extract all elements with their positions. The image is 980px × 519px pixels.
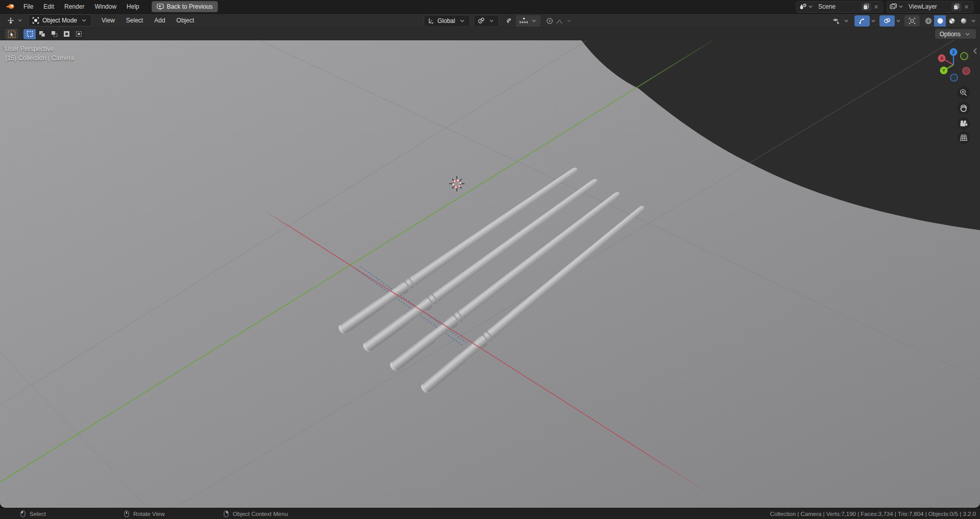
topbar: File Edit Render Window Help Back to Pre… — [0, 0, 980, 14]
shading-solid-button[interactable] — [934, 15, 946, 27]
select-invert-icon — [63, 31, 70, 37]
gizmo-axis-neg-z[interactable] — [950, 74, 958, 81]
pan-button[interactable] — [958, 102, 970, 115]
visibility-eye-icon — [832, 17, 841, 24]
rendered-sphere-icon — [960, 17, 967, 24]
unlink-scene-button[interactable] — [871, 5, 880, 9]
select-box-tool-icon — [8, 30, 16, 38]
select-mode-buttons — [23, 29, 85, 39]
mouse-right-icon — [224, 510, 229, 517]
select-extend-icon — [39, 31, 45, 37]
viewport-canvas[interactable]: X Z Y — [0, 40, 980, 508]
new-scene-button[interactable] — [861, 3, 871, 11]
falloff-curve-icon[interactable] — [556, 17, 563, 24]
object-visibility-dropdown[interactable] — [830, 15, 852, 27]
back-to-previous-label: Back to Previous — [167, 3, 213, 10]
status-hint-rotate-view: Rotate View — [124, 508, 165, 519]
menu-file[interactable]: File — [18, 0, 38, 13]
xray-icon — [909, 17, 916, 24]
svg-text:Y: Y — [942, 68, 945, 73]
viewport-display-controls — [830, 14, 977, 28]
viewport-editor-icon — [7, 17, 15, 24]
active-tool-select-box[interactable] — [5, 29, 18, 39]
view-perspective-label: User Perspective — [5, 44, 74, 54]
gizmo-arrow-icon — [859, 17, 866, 24]
orientation-dropdown[interactable]: Global — [424, 15, 470, 27]
blender-window: File Edit Render Window Help Back to Pre… — [0, 0, 980, 519]
ortho-toggle-button[interactable] — [958, 132, 970, 144]
gizmo-axis-neg-y[interactable] — [961, 53, 968, 60]
shading-wireframe-button[interactable] — [922, 15, 934, 27]
scene-selector[interactable]: Scene — [796, 1, 883, 13]
menu-select[interactable]: Select — [120, 14, 149, 27]
status-hint-label: Rotate View — [133, 511, 165, 517]
shading-material-button[interactable] — [946, 15, 958, 27]
remove-viewlayer-button[interactable] — [962, 5, 971, 9]
shading-mode-buttons — [922, 15, 977, 27]
pivot-dropdown[interactable] — [474, 15, 499, 27]
menu-window[interactable]: Window — [89, 0, 121, 13]
chevron-down-icon — [530, 19, 537, 22]
editor-type-button[interactable] — [4, 17, 26, 24]
chevron-down-icon — [566, 19, 573, 22]
options-label: Options — [940, 31, 961, 38]
xray-toggle[interactable] — [904, 15, 920, 27]
camera-view-button[interactable] — [958, 117, 970, 130]
solid-sphere-icon — [937, 17, 944, 24]
transform-controls: Global — [424, 14, 575, 28]
blender-logo-icon[interactable] — [5, 2, 16, 11]
select-intersect-icon — [76, 31, 82, 37]
viewport-3d[interactable]: X Z Y — [0, 40, 980, 508]
select-mode-intersect[interactable] — [72, 29, 85, 39]
chevron-down-icon — [971, 19, 975, 22]
viewlayer-name[interactable]: ViewLayer — [904, 3, 950, 10]
menu-add[interactable]: Add — [149, 14, 170, 27]
viewport-header: Object Mode View Select Add Object Globa… — [0, 14, 980, 28]
shading-dropdown[interactable] — [969, 15, 977, 27]
mode-dropdown[interactable]: Object Mode — [28, 14, 92, 27]
orientation-label: Global — [437, 17, 455, 24]
menu-render[interactable]: Render — [59, 0, 89, 13]
overlays-icon — [884, 17, 891, 24]
select-mode-subtract[interactable] — [48, 29, 60, 39]
viewlayer-selector[interactable]: ViewLayer — [887, 1, 973, 13]
menu-object[interactable]: Object — [171, 14, 200, 27]
scene-name[interactable]: Scene — [814, 3, 860, 10]
material-sphere-icon — [948, 17, 955, 24]
menu-help[interactable]: Help — [121, 0, 144, 13]
back-to-previous-button[interactable]: Back to Previous — [152, 1, 218, 12]
gizmo-axis-neg-x[interactable] — [963, 67, 970, 75]
snap-with-dropdown[interactable] — [516, 15, 541, 27]
show-gizmo-toggle[interactable] — [854, 15, 870, 27]
chevron-down-icon — [964, 33, 971, 36]
select-mode-invert[interactable] — [60, 29, 72, 39]
svg-text:Z: Z — [952, 50, 954, 55]
select-set-icon — [27, 31, 33, 37]
gizmo-axis-z[interactable]: Z — [950, 48, 958, 56]
chevron-down-icon — [16, 19, 23, 22]
show-overlays-toggle[interactable] — [879, 15, 895, 27]
gizmo-axis-y[interactable]: Y — [940, 67, 948, 75]
chevron-down-icon — [843, 19, 850, 22]
orientation-axes-icon — [428, 17, 434, 24]
new-viewlayer-button[interactable] — [951, 3, 962, 11]
shading-rendered-button[interactable] — [958, 15, 969, 27]
wireframe-sphere-icon — [925, 17, 932, 24]
chevron-down-icon — [488, 19, 495, 22]
select-mode-set[interactable] — [23, 29, 36, 39]
zoom-button[interactable] — [958, 87, 970, 100]
chevron-down-icon — [897, 5, 904, 8]
proportional-editing-icon[interactable] — [546, 17, 553, 24]
menu-view[interactable]: View — [96, 14, 120, 27]
select-mode-extend[interactable] — [36, 29, 48, 39]
gizmo-axis-x[interactable]: X — [938, 55, 946, 62]
status-hint-context-menu: Object Context Menu — [224, 508, 288, 519]
chevron-down-icon[interactable] — [895, 19, 902, 22]
chevron-down-icon — [807, 5, 814, 8]
snap-toggle[interactable] — [503, 15, 516, 27]
options-dropdown[interactable]: Options — [935, 29, 976, 39]
menu-edit[interactable]: Edit — [38, 0, 59, 13]
status-hint-label: Select — [30, 511, 46, 517]
chevron-down-icon — [458, 19, 466, 22]
chevron-down-icon[interactable] — [870, 19, 877, 22]
